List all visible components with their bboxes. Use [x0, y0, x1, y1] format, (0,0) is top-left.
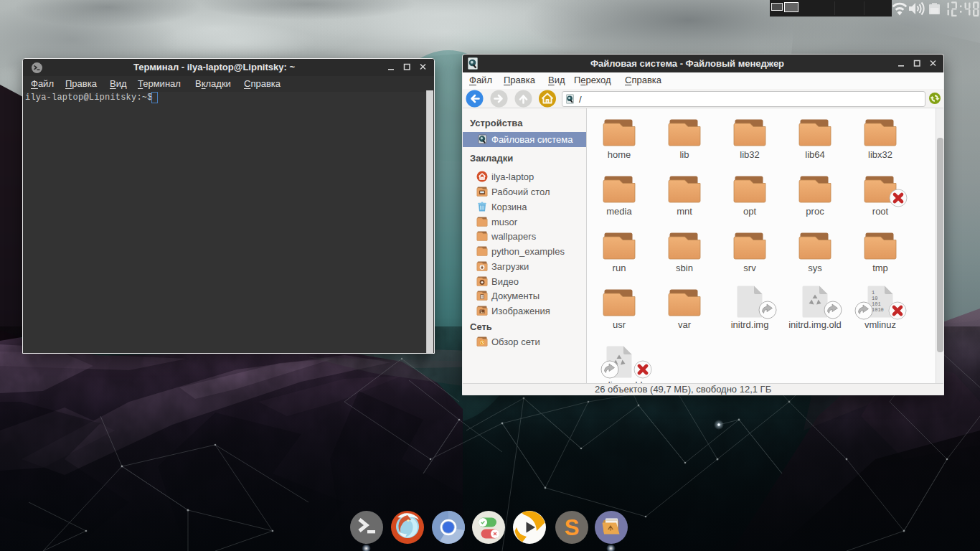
- svg-text:10: 10: [872, 296, 877, 301]
- svg-text:S: S: [565, 515, 580, 540]
- svg-text:1: 1: [872, 290, 875, 296]
- svg-text:1010: 1010: [872, 307, 884, 313]
